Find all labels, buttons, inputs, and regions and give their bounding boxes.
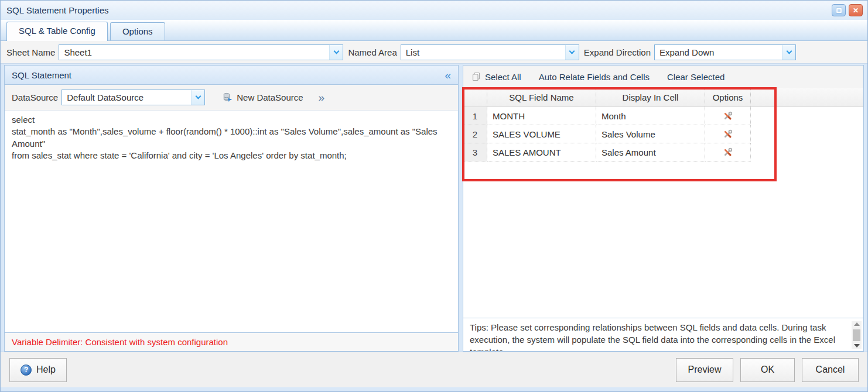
main-content: SQL Statement « DataSource Default DataS… [1, 64, 867, 352]
named-area-value: List [401, 47, 565, 57]
maximize-button[interactable] [832, 4, 846, 16]
dialog-frame-bottom [1, 387, 867, 391]
column-header-options[interactable]: Options [705, 88, 751, 106]
row-options-button[interactable] [705, 125, 751, 143]
expand-direction-select[interactable]: Expand Down [654, 44, 796, 60]
more-options-icon[interactable]: » [319, 92, 325, 103]
sql-field-name-cell[interactable]: SALES AMOUNT [487, 143, 596, 161]
row-number: 1 [463, 107, 487, 125]
new-datasource-button[interactable]: New DataSource [223, 92, 303, 102]
tips-text: Tips: Please set corresponding relations… [470, 321, 852, 351]
tab-strip: SQL & Table Config Options [1, 20, 867, 41]
chevron-down-icon[interactable] [565, 45, 579, 60]
sql-field-name-cell[interactable]: SALES VOLUME [487, 125, 596, 143]
scrollbar-thumb[interactable] [853, 329, 860, 341]
tools-icon [723, 129, 733, 139]
scroll-up-icon[interactable] [854, 322, 860, 326]
expand-direction-value: Expand Down [655, 47, 782, 57]
sql-statement-properties-dialog: SQL Statement Properties ✕ SQL & Table C… [0, 0, 868, 392]
help-button[interactable]: ? Help [9, 358, 67, 382]
chevron-down-icon[interactable] [329, 45, 343, 60]
cancel-button[interactable]: Cancel [802, 358, 859, 382]
title-bar: SQL Statement Properties ✕ [1, 1, 867, 20]
display-in-cell-cell[interactable]: Sales Volume [596, 125, 705, 143]
help-icon: ? [20, 365, 32, 376]
sql-statement-panel: SQL Statement « DataSource Default DataS… [4, 65, 459, 352]
named-area-label: Named Area [348, 47, 397, 57]
datasource-row: DataSource Default DataSource New DataSo… [5, 85, 458, 111]
field-mapping-panel: Select All Auto Relate Fields and Cells … [463, 65, 864, 352]
field-mapping-table: SQL Field Name Display In Cell Options 1… [463, 88, 863, 161]
select-all-label: Select All [485, 72, 521, 82]
select-all-button[interactable]: Select All [471, 72, 521, 82]
row-number: 2 [463, 125, 487, 143]
close-icon: ✕ [853, 6, 859, 15]
dialog-title: SQL Statement Properties [6, 5, 109, 15]
auto-relate-label: Auto Relate Fields and Cells [539, 72, 650, 82]
chevron-down-icon[interactable] [191, 90, 204, 105]
tips-scrollbar[interactable] [852, 321, 862, 349]
sql-panel-title: SQL Statement [12, 70, 71, 80]
column-header-cell[interactable]: Display In Cell [596, 88, 705, 106]
chevron-down-icon[interactable] [782, 45, 795, 60]
column-header-field[interactable]: SQL Field Name [487, 88, 596, 106]
row-options-button[interactable] [705, 107, 751, 125]
table-row[interactable]: 3 SALES AMOUNT Sales Amount [463, 143, 863, 161]
datasource-select[interactable]: Default DataSource [61, 90, 205, 105]
auto-relate-button[interactable]: Auto Relate Fields and Cells [539, 72, 650, 82]
tab-sql-table-config[interactable]: SQL & Table Config [6, 22, 108, 41]
tools-icon [723, 147, 733, 157]
database-icon [223, 92, 233, 102]
footer-bar: ? Help Preview OK Cancel [1, 352, 867, 387]
maximize-icon [836, 8, 842, 13]
tips-box: Tips: Please set corresponding relations… [463, 318, 863, 351]
help-label: Help [36, 365, 56, 375]
tools-icon [723, 111, 733, 121]
tab-options[interactable]: Options [110, 22, 165, 40]
ok-button[interactable]: OK [740, 358, 795, 382]
mapping-toolbar: Select All Auto Relate Fields and Cells … [463, 66, 863, 88]
sheet-name-select[interactable]: Sheet1 [59, 44, 343, 60]
sql-text-editor[interactable]: select stat_month as "Month",sales_volum… [5, 111, 458, 332]
table-row[interactable]: 1 MONTH Month [463, 107, 863, 125]
clear-selected-label: Clear Selected [667, 72, 725, 82]
close-button[interactable]: ✕ [849, 4, 863, 16]
column-header-rownum [463, 88, 487, 106]
datasource-value: Default DataSource [62, 92, 191, 102]
row-number: 3 [463, 143, 487, 161]
sheet-name-value: Sheet1 [59, 47, 329, 57]
table-row[interactable]: 2 SALES VOLUME Sales Volume [463, 125, 863, 143]
sheet-name-label: Sheet Name [6, 47, 55, 57]
table-header-row: SQL Field Name Display In Cell Options [463, 88, 863, 107]
datasource-label: DataSource [12, 92, 58, 102]
variable-delimiter-note: Variable Delimiter: Consistent with syst… [5, 332, 458, 351]
clear-selected-button[interactable]: Clear Selected [667, 72, 725, 82]
display-in-cell-cell[interactable]: Sales Amount [596, 143, 705, 161]
sql-panel-header: SQL Statement « [5, 66, 458, 85]
sheet-config-row: Sheet Name Sheet1 Named Area List Expand… [1, 41, 867, 64]
row-options-button[interactable] [705, 143, 751, 161]
display-in-cell-cell[interactable]: Month [596, 107, 705, 125]
new-datasource-label: New DataSource [237, 92, 303, 102]
scroll-down-icon[interactable] [854, 344, 860, 348]
preview-button[interactable]: Preview [676, 358, 733, 382]
named-area-select[interactable]: List [401, 44, 579, 60]
sql-field-name-cell[interactable]: MONTH [487, 107, 596, 125]
expand-direction-label: Expand Direction [584, 47, 651, 57]
copy-icon [471, 72, 481, 81]
collapse-panel-icon[interactable]: « [445, 70, 451, 81]
